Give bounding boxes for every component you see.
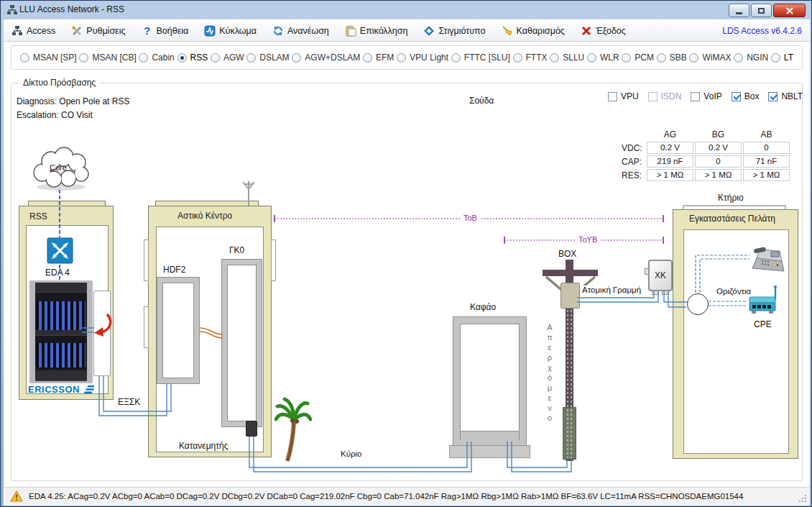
mode-radio-agw[interactable]: AGW bbox=[211, 52, 244, 63]
gk-connector bbox=[246, 421, 257, 437]
toolbar-button-exit[interactable]: Έξοδος bbox=[581, 25, 626, 37]
mode-radio-agw-dslam[interactable]: AGW+DSLAM bbox=[292, 52, 360, 63]
toolbar-button-paste[interactable]: Επικόλληση bbox=[345, 25, 408, 37]
checkbox-isdn[interactable]: ISDN bbox=[648, 91, 682, 101]
toolbar-button-help[interactable]: ? Βοήθεια bbox=[142, 25, 189, 37]
checkbox-box-checked bbox=[732, 92, 741, 101]
toolbar-button-settings[interactable]: Ρυθμίσεις bbox=[71, 25, 125, 37]
radio-circle bbox=[20, 53, 29, 63]
mode-radio-sllu[interactable]: SLLU bbox=[550, 52, 584, 63]
diagnosis-text: Diagnosis: Open Pole at RSS bbox=[17, 96, 129, 106]
toolbar-button-circuit[interactable]: Κύκλωμα bbox=[204, 25, 257, 37]
toolbar-button-refresh[interactable]: Ανανέωση bbox=[272, 25, 329, 37]
premises-label: Εγκαταστάσεις Πελάτη bbox=[689, 214, 775, 224]
row-label: RES: bbox=[620, 170, 646, 181]
box-label: BOX bbox=[558, 249, 576, 259]
row-label: CAP: bbox=[620, 157, 646, 167]
toolbar-label: Ανανέωση bbox=[287, 26, 329, 36]
measure-cell: > 1 MΩ bbox=[743, 169, 790, 181]
radio-circle bbox=[246, 53, 256, 63]
snapshot-icon bbox=[423, 25, 435, 37]
palm-tree bbox=[274, 395, 312, 463]
mode-radio-ngin[interactable]: NGIN bbox=[734, 52, 768, 63]
measure-cell: 71 nF bbox=[743, 155, 790, 168]
cpe-label: CPE bbox=[754, 319, 772, 329]
checkbox-label: NBLT bbox=[781, 91, 803, 101]
toolbar-label: Καθαρισμός bbox=[517, 26, 565, 36]
checkbox-nblt[interactable]: NBLT bbox=[768, 91, 803, 101]
radio-label: MSAN [SP] bbox=[33, 52, 77, 63]
building-tab bbox=[271, 239, 276, 281]
checkbox-box-service[interactable]: Box bbox=[732, 91, 760, 101]
rack-card-bank bbox=[37, 301, 86, 330]
close-button[interactable] bbox=[773, 4, 806, 17]
measure-cell: > 1 MΩ bbox=[647, 169, 693, 181]
mode-radio-msan-sp[interactable]: MSAN [SP] bbox=[20, 52, 77, 63]
radio-label: WiMAX bbox=[702, 52, 731, 63]
radio-circle bbox=[397, 53, 406, 63]
subscriber-line-label: Ατομική Γραμμή bbox=[580, 286, 643, 294]
location-label: Σούδα bbox=[469, 96, 494, 106]
radio-label: FTTX bbox=[526, 52, 548, 63]
radio-circle bbox=[363, 53, 372, 63]
mode-radio-efm[interactable]: EFM bbox=[363, 52, 394, 63]
radio-circle bbox=[550, 53, 559, 63]
checkbox-box-checked bbox=[768, 92, 778, 101]
minimize-button[interactable] bbox=[729, 4, 749, 17]
dslam-rack bbox=[29, 280, 93, 383]
radio-circle bbox=[771, 53, 780, 63]
building-tab bbox=[144, 239, 149, 281]
building-tab bbox=[144, 306, 149, 348]
service-checkboxes: VPU ISDN VoIP Box NBLT bbox=[608, 91, 803, 101]
mode-radio-dslam[interactable]: DSLAM bbox=[246, 52, 289, 63]
mode-radio-fttc-slu[interactable]: FTTC [SLU] bbox=[451, 52, 510, 63]
mode-radio-wlr[interactable]: WLR bbox=[587, 52, 619, 63]
radio-circle bbox=[513, 53, 522, 63]
xk-gland bbox=[662, 291, 669, 295]
mode-radio-fttx[interactable]: FTTX bbox=[513, 52, 548, 63]
radio-circle bbox=[292, 53, 301, 63]
resize-grip[interactable] bbox=[798, 494, 807, 503]
horizontal-label: Οριζόντια bbox=[714, 287, 753, 296]
checkbox-label: VoIP bbox=[703, 91, 721, 101]
checkbox-voip[interactable]: VoIP bbox=[691, 91, 721, 101]
toolbar-label: Βοήθεια bbox=[157, 26, 189, 36]
mode-radio-vpu-light[interactable]: VPU Light bbox=[397, 52, 448, 63]
toolbar-button-snapshot[interactable]: Στιγμιότυπο bbox=[423, 25, 485, 37]
toolbar-label: Στιγμιότυπο bbox=[438, 26, 485, 36]
mode-radio-wimax[interactable]: WiMAX bbox=[689, 52, 731, 63]
toolbar: Access Ρυθμίσεις ? Βοήθεια Κύκλωμα Ανανέ… bbox=[4, 20, 809, 42]
radio-label: DSLAM bbox=[259, 52, 289, 63]
mode-radio-msan-cb[interactable]: MSAN [CB] bbox=[79, 52, 136, 63]
warning-icon bbox=[10, 490, 23, 502]
mode-radio-cabin[interactable]: Cabin bbox=[139, 52, 174, 63]
measurement-table: AG BG AB VDC: 0.2 V 0.2 V 0 CAP: 219 nF … bbox=[620, 127, 790, 182]
checkbox-label: Box bbox=[744, 91, 760, 101]
vendor-name: ERICSSON bbox=[28, 384, 80, 395]
mode-radio-rss[interactable]: RSS bbox=[177, 52, 208, 63]
rack-card-bank bbox=[37, 343, 86, 367]
mode-radio-pcm[interactable]: PCM bbox=[622, 52, 654, 63]
rack-top-unit bbox=[35, 283, 87, 293]
paste-icon bbox=[345, 25, 356, 37]
toolbar-label: Access bbox=[27, 26, 55, 36]
toolbar-label: Έξοδος bbox=[596, 26, 626, 36]
radio-circle bbox=[657, 53, 666, 63]
gk-label: ΓΚ0 bbox=[229, 245, 244, 255]
window-title: LLU Access Network - RSS bbox=[19, 4, 124, 14]
maximize-button[interactable] bbox=[751, 4, 772, 17]
toolbar-button-access[interactable]: Access bbox=[11, 25, 55, 37]
row-label: VDC: bbox=[620, 143, 646, 153]
tob-label: ToB bbox=[461, 214, 480, 222]
checkbox-vpu[interactable]: VPU bbox=[608, 91, 639, 101]
mode-radio-lt[interactable]: LT bbox=[771, 52, 793, 63]
radio-label: WLR bbox=[600, 52, 619, 63]
toyb-label: ToYB bbox=[576, 235, 600, 244]
mode-radio-sbb[interactable]: SBB bbox=[657, 52, 687, 63]
building-label: Κτήριο bbox=[718, 193, 744, 203]
radio-circle bbox=[734, 53, 743, 63]
panel-title: Δίκτυο Πρόσβασης bbox=[19, 78, 99, 88]
radio-label: MSAN [CB] bbox=[92, 52, 136, 63]
access-icon bbox=[11, 25, 23, 37]
toolbar-button-clear[interactable]: Καθαρισμός bbox=[502, 25, 565, 37]
